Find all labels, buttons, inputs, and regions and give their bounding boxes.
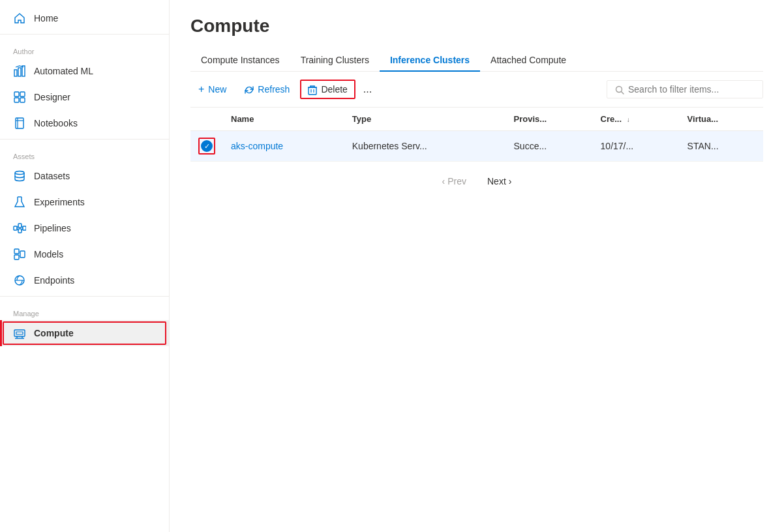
tab-inference-clusters[interactable]: Inference Clusters — [380, 50, 480, 72]
svg-rect-22 — [20, 251, 25, 258]
row-type-cell: Kubernetes Serv... — [344, 131, 506, 162]
prev-button[interactable]: ‹ Prev — [433, 172, 475, 190]
more-button[interactable]: ... — [358, 80, 377, 99]
datasets-icon — [13, 170, 26, 183]
row-checkbox-cell[interactable]: ✓ — [190, 131, 223, 162]
main-content: Compute Compute Instances Training Clust… — [170, 0, 784, 532]
sort-icon: ↓ — [627, 116, 630, 123]
svg-rect-20 — [14, 249, 19, 254]
designer-icon — [13, 91, 26, 104]
search-input[interactable] — [628, 84, 755, 95]
checkbox-checked: ✓ — [201, 140, 213, 152]
refresh-label: Refresh — [258, 84, 290, 95]
compute-icon — [13, 327, 26, 340]
sidebar-item-automated-ml[interactable]: Automated ML — [0, 58, 169, 84]
tab-training-clusters[interactable]: Training Clusters — [290, 50, 380, 72]
manage-section-label: Manage — [0, 299, 169, 320]
author-section-label: Author — [0, 37, 169, 58]
sidebar-item-endpoints[interactable]: Endpoints — [0, 267, 169, 293]
sidebar-item-endpoints-label: Endpoints — [34, 275, 74, 286]
search-icon — [615, 84, 624, 95]
automated-ml-icon — [13, 65, 26, 78]
sidebar-item-home-label: Home — [34, 13, 58, 23]
delete-icon — [308, 83, 317, 95]
svg-rect-12 — [14, 226, 17, 230]
svg-rect-0 — [14, 70, 17, 76]
svg-point-10 — [15, 171, 24, 175]
author-divider — [0, 34, 169, 35]
svg-rect-5 — [14, 98, 19, 102]
table-row[interactable]: ✓ aks-compute Kubernetes Serv... Succe..… — [190, 131, 763, 162]
checkbox-border: ✓ — [198, 138, 215, 155]
refresh-button[interactable]: Refresh — [237, 80, 297, 98]
sidebar-item-experiments-label: Experiments — [34, 197, 85, 207]
col-header-name: Name — [223, 108, 344, 131]
next-button[interactable]: Next › — [478, 172, 520, 190]
tabs-container: Compute Instances Training Clusters Infe… — [190, 50, 763, 72]
col-header-type: Type — [344, 108, 506, 131]
home-icon — [13, 12, 26, 25]
sidebar-item-compute-label: Compute — [34, 328, 74, 338]
svg-rect-21 — [14, 255, 19, 259]
svg-rect-14 — [18, 229, 22, 233]
col-header-checkbox — [190, 108, 223, 131]
row-virtual-cell: STAN... — [680, 131, 763, 162]
assets-section-label: Assets — [0, 142, 169, 163]
next-label: Next — [487, 176, 506, 186]
sidebar-item-compute[interactable]: Compute — [0, 320, 169, 346]
svg-rect-3 — [14, 92, 19, 96]
svg-rect-15 — [23, 226, 26, 230]
sidebar-item-designer[interactable]: Designer — [0, 84, 169, 110]
tab-compute-instances[interactable]: Compute Instances — [190, 50, 290, 72]
assets-divider — [0, 139, 169, 140]
manage-divider — [0, 296, 169, 297]
sidebar-item-datasets[interactable]: Datasets — [0, 163, 169, 189]
compute-table: Name Type Provis... Cre... ↓ Virtua... — [190, 108, 763, 162]
row-name-cell: aks-compute — [223, 131, 344, 162]
sidebar-item-models-label: Models — [34, 249, 63, 259]
notebooks-icon — [13, 117, 26, 130]
sidebar-item-home[interactable]: Home — [0, 5, 169, 31]
refresh-icon — [245, 84, 254, 95]
delete-label: Delete — [321, 84, 347, 95]
endpoints-icon — [13, 274, 26, 287]
table-header-row: Name Type Provis... Cre... ↓ Virtua... — [190, 108, 763, 131]
new-label: New — [208, 84, 226, 95]
sidebar-item-notebooks[interactable]: Notebooks — [0, 110, 169, 136]
col-header-virtual: Virtua... — [680, 108, 763, 131]
svg-rect-1 — [18, 68, 21, 76]
sidebar-item-designer-label: Designer — [34, 92, 70, 102]
svg-rect-4 — [20, 92, 25, 96]
svg-rect-29 — [16, 332, 23, 334]
pagination: ‹ Prev Next › — [190, 162, 763, 201]
active-border — [3, 321, 166, 345]
experiments-icon — [13, 196, 26, 209]
svg-rect-13 — [18, 224, 22, 228]
tab-attached-compute[interactable]: Attached Compute — [480, 50, 577, 72]
prev-chevron-icon: ‹ — [442, 176, 445, 186]
svg-rect-2 — [22, 66, 25, 76]
svg-line-38 — [622, 92, 624, 95]
col-header-provisioning: Provis... — [506, 108, 593, 131]
plus-icon: + — [198, 83, 204, 95]
new-button[interactable]: + New — [190, 80, 234, 99]
row-provisioning-cell: Succe... — [506, 131, 593, 162]
sidebar-item-automated-ml-label: Automated ML — [34, 66, 93, 76]
table-area: Name Type Provis... Cre... ↓ Virtua... — [190, 108, 763, 532]
sidebar: Home Author Automated ML Designer — [0, 0, 170, 532]
next-chevron-icon: › — [509, 176, 512, 186]
sidebar-item-datasets-label: Datasets — [34, 171, 70, 181]
svg-rect-7 — [16, 118, 23, 128]
sidebar-item-pipelines[interactable]: Pipelines — [0, 215, 169, 241]
row-created-cell: 10/17/... — [593, 131, 680, 162]
col-header-created: Cre... ↓ — [593, 108, 680, 131]
svg-rect-6 — [20, 98, 25, 102]
delete-button[interactable]: Delete — [300, 80, 355, 98]
models-icon — [13, 248, 26, 261]
sidebar-item-pipelines-label: Pipelines — [34, 223, 71, 233]
sidebar-item-experiments[interactable]: Experiments — [0, 189, 169, 215]
row-name-link[interactable]: aks-compute — [231, 141, 283, 151]
prev-label: Prev — [447, 176, 466, 186]
sidebar-item-models[interactable]: Models — [0, 241, 169, 267]
toolbar: + New Refresh — [190, 72, 763, 108]
